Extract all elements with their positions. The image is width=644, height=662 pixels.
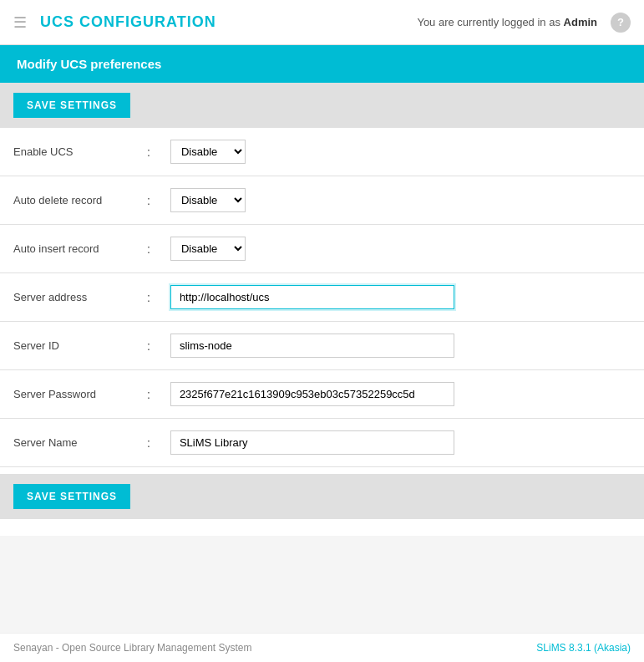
field-label-3: Server address (0, 273, 134, 322)
table-row: Auto delete record:DisableEnable (0, 176, 644, 225)
colon-6: : (134, 419, 164, 467)
field-label-4: Server ID (0, 322, 134, 370)
app-title: UCS CONFIGURATION (40, 13, 417, 31)
menu-icon[interactable]: ☰ (13, 13, 27, 32)
save-settings-button-top[interactable]: SAVE SETTINGS (13, 93, 130, 118)
field-cell-0: DisableEnable (164, 128, 644, 176)
input-server-id[interactable] (170, 334, 454, 358)
colon-1: : (134, 176, 164, 225)
colon-0: : (134, 128, 164, 176)
colon-2: : (134, 225, 164, 273)
field-cell-6 (164, 419, 644, 467)
settings-form: Enable UCS:DisableEnableAuto delete reco… (0, 128, 644, 467)
table-row: Server Password: (0, 370, 644, 419)
input-server-address[interactable] (170, 285, 454, 309)
table-row: Server ID: (0, 322, 644, 370)
field-label-1: Auto delete record (0, 176, 134, 225)
field-label-5: Server Password (0, 370, 134, 419)
select-enable-ucs[interactable]: DisableEnable (170, 140, 246, 164)
colon-3: : (134, 273, 164, 322)
login-info: You are currently logged in as Admin (417, 16, 597, 28)
table-row: Server address: (0, 273, 644, 322)
field-label-0: Enable UCS (0, 128, 134, 176)
field-cell-3 (164, 273, 644, 322)
table-row: Server Name: (0, 419, 644, 467)
field-cell-4 (164, 322, 644, 370)
input-server-name[interactable] (170, 430, 454, 455)
help-icon[interactable]: ? (611, 13, 631, 33)
page-title: Modify UCS preferences (17, 57, 161, 71)
input-server-password[interactable] (170, 382, 454, 406)
colon-5: : (134, 370, 164, 419)
table-row: Auto insert record:DisableEnable (0, 225, 644, 273)
select-auto-delete-record[interactable]: DisableEnable (170, 188, 246, 212)
select-auto-insert-record[interactable]: DisableEnable (170, 237, 246, 261)
top-toolbar: SAVE SETTINGS (0, 83, 644, 128)
field-label-2: Auto insert record (0, 225, 134, 273)
field-cell-2: DisableEnable (164, 225, 644, 273)
field-label-6: Server Name (0, 419, 134, 467)
field-cell-1: DisableEnable (164, 176, 644, 225)
save-settings-button-bottom[interactable]: SAVE SETTINGS (13, 484, 130, 509)
field-cell-5 (164, 370, 644, 419)
colon-4: : (134, 322, 164, 370)
table-row: Enable UCS:DisableEnable (0, 128, 644, 176)
bottom-toolbar: SAVE SETTINGS (0, 474, 644, 519)
